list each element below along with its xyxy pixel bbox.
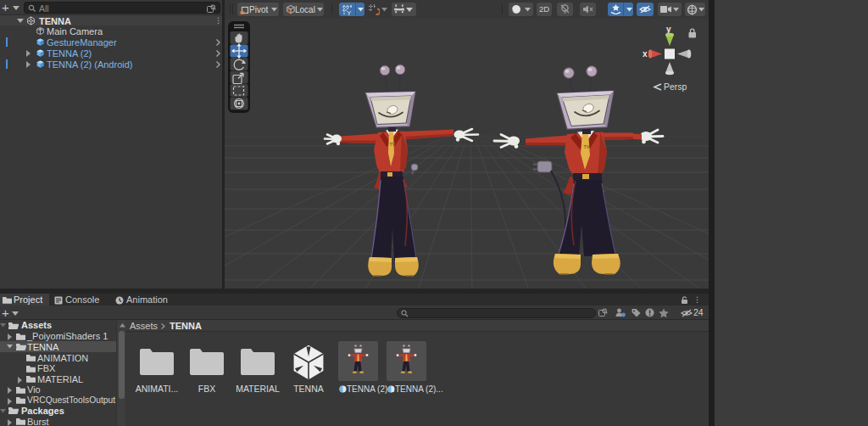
svg-text:x: x xyxy=(643,49,648,59)
svg-text:Persp: Persp xyxy=(664,81,687,92)
svg-text:Y: Y xyxy=(347,8,352,15)
svg-text:y: y xyxy=(666,25,671,34)
svg-text:TV: TV xyxy=(390,142,396,147)
svg-text:TV: TV xyxy=(584,144,590,149)
